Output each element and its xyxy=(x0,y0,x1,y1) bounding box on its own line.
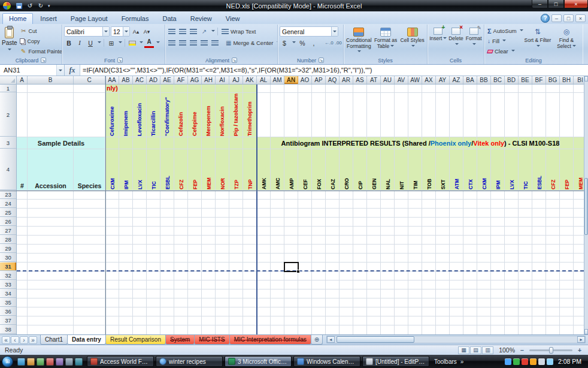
accounting-dropdown-icon[interactable] xyxy=(292,41,296,45)
column-header-AE[interactable]: AE xyxy=(160,76,174,84)
align-right-button[interactable] xyxy=(189,38,198,48)
tab-formulas[interactable]: Formulas xyxy=(115,13,156,24)
sort-filter-button[interactable]: ⇅ Sort & Filter xyxy=(523,26,552,56)
sheet-tab-mic-interpretation-formulas[interactable]: MIC Interpretation formulas xyxy=(229,335,311,345)
name-box[interactable]: AN31 xyxy=(0,65,57,76)
row-header-31[interactable]: 31 xyxy=(0,263,16,271)
column-header-AD[interactable]: AD xyxy=(147,76,160,84)
format-painter-button[interactable]: ✎Format Painter xyxy=(19,46,62,56)
taskbar-button-untitled-editpad[interactable]: [Untitled] - EditPad... xyxy=(362,356,429,367)
column-header-AU[interactable]: AU xyxy=(381,76,395,84)
orientation-button[interactable]: ↗ xyxy=(199,27,209,37)
insert-function-button[interactable]: fx xyxy=(65,65,80,76)
row-header-37[interactable]: 37 xyxy=(0,316,16,325)
column-header-AR[interactable]: AR xyxy=(340,76,353,84)
taskbar-button-windows-calendar[interactable]: Windows Calendar ... xyxy=(293,356,360,367)
next-sheet-button[interactable]: › xyxy=(20,336,28,344)
increase-indent-button[interactable] xyxy=(210,38,220,48)
number-format-combo[interactable]: General xyxy=(280,26,338,37)
delete-button[interactable]: Delete xyxy=(447,26,465,48)
grow-font-button[interactable]: A▴ xyxy=(131,27,141,37)
column-header-AY[interactable]: AY xyxy=(436,76,450,84)
column-header-AI[interactable]: AI xyxy=(216,76,229,84)
office-logo-icon[interactable] xyxy=(2,1,11,10)
horizontal-scrollbar[interactable]: ◂ ▸ xyxy=(326,336,586,343)
tab-insert[interactable]: Insert xyxy=(34,13,63,24)
decrease-decimal-button[interactable]: .00→ xyxy=(335,40,344,46)
horizontal-scroll-thumb[interactable] xyxy=(337,336,414,343)
quicklaunch-2-icon[interactable] xyxy=(27,358,35,366)
column-header-AK[interactable]: AK xyxy=(243,76,257,84)
restore-button[interactable]: □ xyxy=(548,0,564,8)
quicklaunch-6-icon[interactable] xyxy=(65,358,73,366)
name-box-dropdown-icon[interactable] xyxy=(57,65,65,76)
scroll-right-button[interactable]: ▸ xyxy=(577,336,585,343)
row-header-38[interactable]: 38 xyxy=(0,325,16,334)
autosum-button[interactable]: ΣAutoSum xyxy=(486,26,523,36)
number-format-dropdown-icon[interactable] xyxy=(331,27,338,36)
italic-button[interactable]: I xyxy=(75,38,84,48)
fill-color-dropdown-icon[interactable] xyxy=(140,41,143,45)
quicklaunch-7-icon[interactable] xyxy=(75,358,83,366)
quicklaunch-3-icon[interactable] xyxy=(37,358,44,366)
column-header-BE[interactable]: BE xyxy=(519,76,532,84)
row-header-3[interactable]: 3 xyxy=(0,137,16,149)
zoom-out-button[interactable]: – xyxy=(519,346,526,354)
find-select-button[interactable]: ◎ Find & Select xyxy=(552,26,581,56)
font-name-dropdown-icon[interactable] xyxy=(102,27,109,36)
taskbar-button-access-world-foru[interactable]: Access World Foru... xyxy=(87,356,154,367)
row-header-36[interactable]: 36 xyxy=(0,307,16,316)
top-align-button[interactable] xyxy=(167,27,177,37)
column-header-BF[interactable]: BF xyxy=(532,76,546,84)
row-header-25[interactable]: 25 xyxy=(0,209,16,217)
chevron-right-icon[interactable]: » xyxy=(460,358,464,365)
previous-sheet-button[interactable]: ‹ xyxy=(11,336,19,344)
zoom-slider[interactable] xyxy=(529,349,572,351)
tab-page-layout[interactable]: Page Layout xyxy=(64,13,114,24)
column-header-AA[interactable]: AA xyxy=(105,76,119,84)
tray-5-icon[interactable] xyxy=(538,358,545,365)
column-header-AF[interactable]: AF xyxy=(174,76,188,84)
merge-center-button[interactable]: ▦Merge & Center xyxy=(225,40,278,46)
last-sheet-button[interactable]: » xyxy=(29,336,37,344)
column-header-AM[interactable]: AM xyxy=(271,76,284,84)
insert-button[interactable]: Insert xyxy=(429,26,447,48)
page-break-view-button[interactable]: ▥ xyxy=(482,346,493,354)
copy-button[interactable]: Copy xyxy=(19,36,62,46)
column-header-AP[interactable]: AP xyxy=(312,76,326,84)
sheet-tab-system[interactable]: System xyxy=(165,335,195,345)
column-header-AB[interactable]: AB xyxy=(119,76,133,84)
font-color-dropdown-icon[interactable] xyxy=(156,41,160,45)
column-header-AC[interactable]: AC xyxy=(133,76,147,84)
close-button[interactable]: × xyxy=(564,0,588,8)
tray-2-icon[interactable] xyxy=(513,358,520,365)
fill-color-button[interactable] xyxy=(128,38,137,48)
sheet-tab-mic-ists[interactable]: MIC ISTS xyxy=(194,335,229,345)
fill-dropdown-icon[interactable] xyxy=(502,40,506,43)
column-header-AV[interactable]: AV xyxy=(395,76,408,84)
sheet-tab-data-entry[interactable]: Data entry xyxy=(67,335,106,345)
column-header-BH[interactable]: BH xyxy=(560,76,574,84)
row-header-27[interactable]: 27 xyxy=(0,227,16,235)
column-header-AL[interactable]: AL xyxy=(257,76,271,84)
insert-worksheet-button[interactable]: ⊕ xyxy=(311,335,323,345)
format-button[interactable]: Format xyxy=(465,26,483,48)
sheet-tab-chart1[interactable]: Chart1 xyxy=(40,335,68,345)
font-color-button[interactable]: A xyxy=(144,38,154,48)
column-header-BG[interactable]: BG xyxy=(546,76,560,84)
fill-button[interactable]: ↓Fill xyxy=(486,36,523,46)
accounting-format-button[interactable]: $ xyxy=(280,38,289,48)
number-dialog-launcher[interactable] xyxy=(319,58,324,63)
middle-align-button[interactable] xyxy=(178,27,187,37)
column-header-C[interactable]: C xyxy=(74,76,105,84)
save-button[interactable] xyxy=(14,1,24,10)
column-header-BA[interactable]: BA xyxy=(463,76,477,84)
zoom-slider-thumb[interactable] xyxy=(549,347,553,354)
wrap-text-button[interactable]: Wrap Text xyxy=(220,28,257,35)
alignment-dialog-launcher[interactable] xyxy=(232,58,237,63)
tab-review[interactable]: Review xyxy=(184,13,219,24)
vertical-scroll-thumb[interactable] xyxy=(584,178,588,235)
clipboard-dialog-launcher[interactable] xyxy=(41,58,46,63)
selected-cell-AN31[interactable] xyxy=(284,262,299,272)
decrease-indent-button[interactable] xyxy=(199,38,209,48)
